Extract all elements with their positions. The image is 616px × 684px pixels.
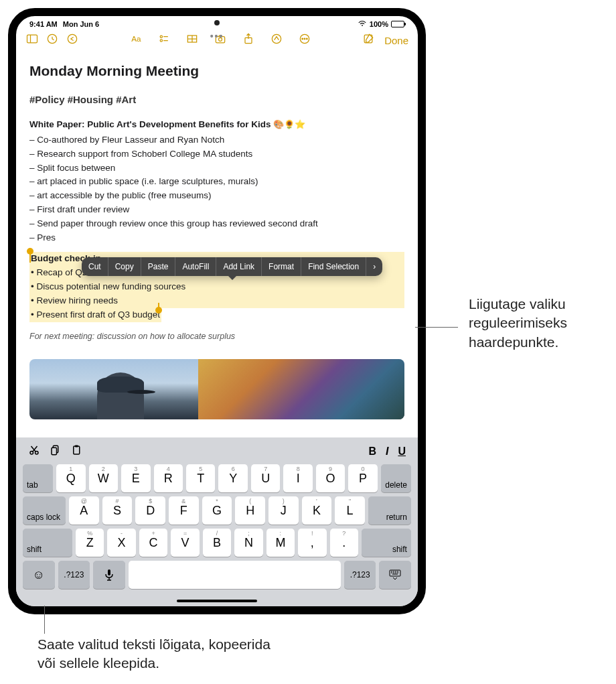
key-x[interactable]: -X xyxy=(107,529,135,557)
table-icon[interactable] xyxy=(185,32,199,48)
status-time: 9:41 AM xyxy=(29,20,58,28)
key-z[interactable]: %Z xyxy=(76,529,104,557)
shift-key-left[interactable]: shift xyxy=(23,529,72,557)
delete-key[interactable]: delete xyxy=(381,464,411,492)
bullet-list[interactable]: – Co-authored by Fleur Lasseur and Ryan … xyxy=(29,133,404,245)
space-key[interactable] xyxy=(129,561,341,589)
return-key[interactable]: return xyxy=(368,496,411,525)
key-r[interactable]: 4R xyxy=(154,464,183,492)
svg-point-0 xyxy=(362,25,363,26)
bullet-line[interactable]: – Research support from Schoberl College… xyxy=(29,147,404,161)
svg-rect-25 xyxy=(52,448,57,455)
cm-find-selection[interactable]: Find Selection xyxy=(301,257,366,276)
share-icon[interactable] xyxy=(242,32,255,48)
svg-point-16 xyxy=(272,34,281,43)
cm-copy[interactable]: Copy xyxy=(108,257,141,276)
selection-caret-start[interactable] xyxy=(29,253,31,263)
copy-icon[interactable] xyxy=(50,444,62,459)
key-f[interactable]: &F xyxy=(169,496,199,525)
svg-point-4 xyxy=(68,34,76,43)
key-period[interactable]: ?. xyxy=(330,529,358,557)
attached-photo[interactable] xyxy=(29,359,404,419)
cm-add-link[interactable]: Add Link xyxy=(216,257,262,276)
emoji-key[interactable]: ☺ xyxy=(23,561,55,589)
key-q[interactable]: 1Q xyxy=(56,464,85,492)
cm-cut[interactable]: Cut xyxy=(82,257,108,276)
svg-rect-28 xyxy=(108,569,110,575)
home-indicator[interactable] xyxy=(177,600,257,602)
sidebar-icon[interactable] xyxy=(25,32,39,48)
bullet-line[interactable]: – First draft under review xyxy=(29,203,404,217)
dismiss-keyboard-key[interactable] xyxy=(379,561,411,589)
link-nav-icon[interactable] xyxy=(66,32,79,48)
selection-line[interactable]: • Review hiring needs xyxy=(29,294,404,308)
key-u[interactable]: 7U xyxy=(251,464,280,492)
key-s[interactable]: #S xyxy=(102,496,133,525)
bullet-line[interactable]: – art placed in public space (i.e. large… xyxy=(29,175,404,189)
numeric-key-left[interactable]: .?123 xyxy=(58,561,90,589)
multitask-dots[interactable]: ••• xyxy=(210,31,224,42)
cm-paste[interactable]: Paste xyxy=(141,257,176,276)
key-m[interactable]: :M xyxy=(266,529,295,557)
selection-line[interactable]: • Present first draft of Q3 budget xyxy=(29,308,161,322)
key-y[interactable]: 6Y xyxy=(218,464,247,492)
bullet-line[interactable]: – art accessible by the public (free mus… xyxy=(29,189,404,203)
selection-caret-end[interactable] xyxy=(158,303,159,312)
key-a[interactable]: @A xyxy=(69,496,99,525)
paste-icon[interactable] xyxy=(71,444,83,459)
callout-line xyxy=(44,606,45,634)
underline-key[interactable]: U xyxy=(398,446,406,458)
callout-grab-points: Liigutage valiku reguleerimiseks haardep… xyxy=(469,295,603,352)
checklist-icon[interactable] xyxy=(157,32,171,48)
key-b[interactable]: /B xyxy=(203,529,231,557)
cm-autofill[interactable]: AutoFill xyxy=(175,257,216,276)
italic-footer-line[interactable]: For next meeting: discussion on how to a… xyxy=(29,330,404,343)
bullet-line-truncated[interactable]: – Pres xyxy=(29,231,404,245)
key-d[interactable]: $D xyxy=(135,496,165,525)
key-h[interactable]: (H xyxy=(235,496,265,525)
cm-more-arrow[interactable]: › xyxy=(366,257,382,276)
key-o[interactable]: 9O xyxy=(316,464,345,492)
key-i[interactable]: 8I xyxy=(283,464,312,492)
capslock-key[interactable]: caps lock xyxy=(23,496,66,525)
callout-cut-copy-paste: Saate valitud teksti lõigata, kopeerida … xyxy=(37,635,272,673)
cm-format[interactable]: Format xyxy=(262,257,301,276)
key-w[interactable]: 2W xyxy=(89,464,118,492)
key-l[interactable]: "L xyxy=(335,496,365,525)
bullet-line[interactable]: – Split focus between xyxy=(29,161,404,176)
key-g[interactable]: *G xyxy=(202,496,232,525)
italic-key[interactable]: I xyxy=(386,446,388,458)
key-n[interactable]: ;N xyxy=(234,529,262,557)
svg-rect-27 xyxy=(75,446,78,448)
tags-line[interactable]: #Policy #Housing #Art xyxy=(29,92,404,107)
bullet-line[interactable]: – Send paper through review once this gr… xyxy=(29,217,404,231)
key-p[interactable]: 0P xyxy=(348,464,377,492)
tab-key[interactable]: tab xyxy=(23,464,53,492)
callout-line xyxy=(415,327,458,328)
bold-key[interactable]: B xyxy=(368,446,376,458)
key-comma[interactable]: !, xyxy=(298,529,326,557)
white-paper-heading[interactable]: White Paper: Public Art's Development Be… xyxy=(29,118,404,132)
numeric-key-right[interactable]: .?123 xyxy=(344,561,376,589)
key-e[interactable]: 3E xyxy=(121,464,150,492)
key-k[interactable]: 'K xyxy=(302,496,332,525)
status-date: Mon Jun 6 xyxy=(63,20,99,28)
key-t[interactable]: 5T xyxy=(186,464,215,492)
bullet-line[interactable]: – Co-authored by Fleur Lasseur and Ryan … xyxy=(29,133,404,147)
shift-key-right[interactable]: shift xyxy=(362,529,411,557)
key-v[interactable]: =V xyxy=(171,529,199,557)
dictation-key[interactable] xyxy=(93,561,125,589)
note-body[interactable]: Monday Morning Meeting #Policy #Housing … xyxy=(16,54,418,350)
markup-icon[interactable] xyxy=(270,32,283,48)
svg-point-18 xyxy=(302,38,303,40)
note-title[interactable]: Monday Morning Meeting xyxy=(29,60,404,82)
clock-icon[interactable] xyxy=(46,32,59,48)
key-c[interactable]: +C xyxy=(139,529,167,557)
text-format-icon[interactable]: Aa xyxy=(129,32,143,48)
selection-line[interactable]: • Discus potential new funding sources xyxy=(29,280,404,294)
key-j[interactable]: )J xyxy=(268,496,299,525)
more-icon[interactable] xyxy=(298,32,311,48)
cut-icon[interactable] xyxy=(28,444,40,459)
compose-icon[interactable] xyxy=(362,32,375,48)
done-button[interactable]: Done xyxy=(384,35,408,46)
